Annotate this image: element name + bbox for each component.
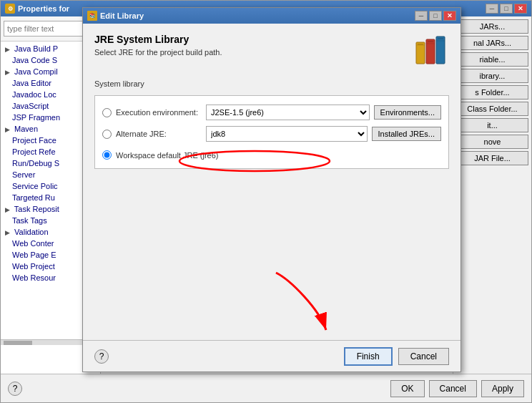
workspace-jre-row: Workspace default JRE (jre6) xyxy=(102,147,441,160)
dialog-footer: ? Finish Cancel xyxy=(83,340,460,372)
arrow-icon-maven: ▶ xyxy=(5,126,12,133)
restore-button[interactable]: □ xyxy=(500,4,513,14)
svg-rect-1 xyxy=(418,44,423,45)
properties-title: Properties for xyxy=(18,4,69,13)
close-button[interactable]: ✕ xyxy=(514,4,527,14)
exec-env-radio[interactable] xyxy=(102,108,112,117)
dialog-restore-button[interactable]: □ xyxy=(429,11,442,21)
minimize-button[interactable]: ─ xyxy=(486,4,498,14)
add-class-folder-source-button[interactable]: s Folder... xyxy=(456,85,528,99)
alt-jre-label: Alternate JRE: xyxy=(116,130,202,138)
arrow-icon: ▶ xyxy=(5,46,12,53)
exec-env-dropdown[interactable]: J2SE-1.5 (jre6) xyxy=(206,105,370,120)
system-library-section: Execution environment: J2SE-1.5 (jre6) E… xyxy=(94,95,449,169)
alt-jre-radio[interactable] xyxy=(102,130,112,139)
apply-button[interactable]: Apply xyxy=(481,380,524,397)
books-svg xyxy=(415,34,449,68)
svg-rect-4 xyxy=(436,37,445,64)
dialog-titlebar-controls: ─ □ ✕ xyxy=(415,11,456,21)
arrow-icon-validation: ▶ xyxy=(5,229,12,236)
dialog-header-text: JRE System Library Select JRE for the pr… xyxy=(94,34,408,57)
dialog-minimize-button[interactable]: ─ xyxy=(415,11,428,21)
svg-rect-5 xyxy=(438,38,443,39)
scrollbar-thumb xyxy=(4,341,32,345)
environments-button[interactable]: Environments... xyxy=(374,105,441,120)
remove-button[interactable]: nove xyxy=(456,135,528,149)
ok-button[interactable]: OK xyxy=(390,380,424,397)
red-arrow-annotation xyxy=(255,266,369,344)
right-panel: JARs... nal JARs... riable... ibrary... … xyxy=(453,16,531,374)
add-class-folder-button[interactable]: Class Folder... xyxy=(456,102,528,116)
dialog-header-subtitle: Select JRE for the project build path. xyxy=(94,48,408,57)
add-external-jars-button[interactable]: nal JARs... xyxy=(456,36,528,50)
help-button[interactable]: ? xyxy=(8,382,22,396)
bottom-bar: ? OK Cancel Apply xyxy=(1,374,531,402)
arrow-icon-task: ▶ xyxy=(5,206,12,213)
books-icon xyxy=(415,34,449,68)
edit-library-dialog: 📚 Edit Library ─ □ ✕ JRE System Library … xyxy=(82,7,461,372)
titlebar-controls: ─ □ ✕ xyxy=(486,4,527,14)
add-library-button[interactable]: ibrary... xyxy=(456,69,528,83)
workspace-jre-label: Workspace default JRE (jre6) xyxy=(116,151,218,160)
add-jar-file-button[interactable]: JAR File... xyxy=(456,151,528,165)
section-label: System library xyxy=(94,79,449,88)
edit-button[interactable]: it... xyxy=(456,118,528,132)
dialog-cancel-button[interactable]: Cancel xyxy=(398,348,449,365)
add-variable-button[interactable]: riable... xyxy=(456,52,528,67)
exec-env-label: Execution environment: xyxy=(116,108,202,117)
finish-button[interactable]: Finish xyxy=(344,347,393,366)
dialog-title: Edit Library xyxy=(100,11,144,20)
arrow-icon-2: ▶ xyxy=(5,69,12,76)
alt-jre-row: Alternate JRE: jdk8 Installed JREs... xyxy=(102,126,441,142)
dialog-close-button[interactable]: ✕ xyxy=(443,11,456,21)
dialog-titlebar: 📚 Edit Library ─ □ ✕ xyxy=(83,8,460,24)
exec-env-row: Execution environment: J2SE-1.5 (jre6) E… xyxy=(102,105,441,120)
filter-input[interactable] xyxy=(4,21,89,37)
add-jars-button[interactable]: JARs... xyxy=(456,19,528,34)
installed-jres-button[interactable]: Installed JREs... xyxy=(372,127,441,141)
svg-rect-0 xyxy=(416,42,425,64)
dialog-help-button[interactable]: ? xyxy=(94,349,109,364)
properties-title-icon: ⚙ xyxy=(5,4,15,14)
cancel-button[interactable]: Cancel xyxy=(429,380,477,397)
alt-jre-dropdown[interactable]: jdk8 xyxy=(206,126,368,142)
dialog-header: JRE System Library Select JRE for the pr… xyxy=(94,34,449,68)
dialog-title-icon: 📚 xyxy=(87,11,97,21)
svg-rect-3 xyxy=(428,41,433,42)
dialog-body: JRE System Library Select JRE for the pr… xyxy=(83,24,460,186)
workspace-jre-radio[interactable] xyxy=(102,150,112,160)
dialog-header-title: JRE System Library xyxy=(94,34,408,45)
svg-rect-2 xyxy=(426,39,435,64)
